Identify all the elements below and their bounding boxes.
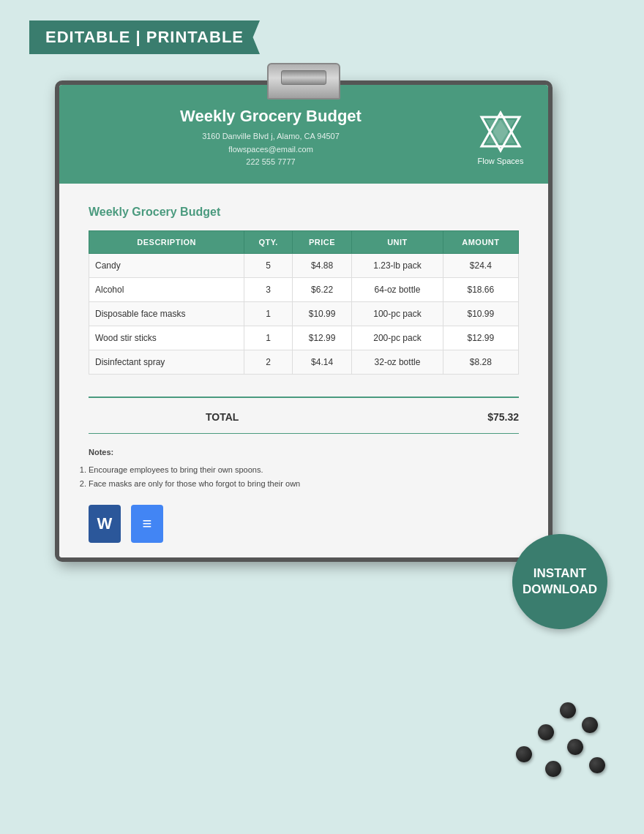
instant-download-line1: INSTANT	[533, 566, 586, 582]
table-cell: 1.23-lb pack	[352, 253, 443, 277]
document-body: Weekly Grocery Budget DESCRIPTION QTY. P…	[59, 184, 548, 557]
header-address: 3160 Danville Blvd j, Alamo, CA 94507 fl…	[74, 130, 468, 169]
notes-list: Encourage employees to bring their own s…	[89, 463, 519, 492]
document-title: Weekly Grocery Budget	[74, 107, 468, 126]
logo-name-text: Flow Spaces	[478, 157, 524, 165]
gdoc-icon[interactable]: ≡	[131, 505, 163, 543]
col-price: PRICE	[292, 230, 351, 253]
notes-section: Notes: Encourage employees to bring thei…	[89, 446, 519, 492]
table-cell: Disinfectant spray	[89, 350, 244, 374]
table-row: Wood stir sticks1$12.99200-pc pack$12.99	[89, 326, 519, 350]
document: Weekly Grocery Budget 3160 Danville Blvd…	[59, 85, 548, 557]
table-cell: 64-oz bottle	[352, 277, 443, 301]
table-cell: $6.22	[292, 277, 351, 301]
pushpin-2	[538, 724, 554, 740]
document-header: Weekly Grocery Budget 3160 Danville Blvd…	[59, 85, 548, 184]
table-cell: Wood stir sticks	[89, 326, 244, 350]
clipboard-clip	[267, 63, 340, 99]
table-cell: 200-pc pack	[352, 326, 443, 350]
divider-bottom	[89, 433, 519, 434]
instant-download-badge[interactable]: INSTANT DOWNLOAD	[512, 534, 607, 629]
total-value: $75.32	[487, 411, 519, 423]
pushpin-7	[589, 757, 605, 773]
pushpin-1	[516, 746, 532, 762]
table-cell: $10.99	[292, 301, 351, 326]
table-cell: 2	[244, 350, 293, 374]
budget-table: DESCRIPTION QTY. PRICE UNIT AMOUNT Candy…	[89, 230, 519, 375]
table-row: Candy5$4.881.23-lb pack$24.4	[89, 253, 519, 277]
table-cell: 32-oz bottle	[352, 350, 443, 374]
divider-top	[89, 397, 519, 398]
file-icons: W ≡	[89, 505, 519, 543]
clipboard: Weekly Grocery Budget 3160 Danville Blvd…	[55, 80, 553, 562]
total-row: TOTAL $75.32	[89, 405, 519, 429]
instant-download-line2: DOWNLOAD	[523, 582, 597, 598]
table-cell: $18.66	[443, 277, 518, 301]
logo-area: Flow Spaces	[468, 110, 533, 165]
table-cell: $24.4	[443, 253, 518, 277]
table-cell: 100-pc pack	[352, 301, 443, 326]
col-amount: AMOUNT	[443, 230, 518, 253]
table-row: Disposable face masks1$10.99100-pc pack$…	[89, 301, 519, 326]
table-cell: $8.28	[443, 350, 518, 374]
section-title: Weekly Grocery Budget	[89, 206, 519, 219]
pushpin-5	[545, 761, 561, 777]
pushpin-3	[560, 702, 576, 718]
pushpin-4	[567, 739, 583, 755]
col-qty: QTY.	[244, 230, 293, 253]
table-cell: Candy	[89, 253, 244, 277]
table-cell: 3	[244, 277, 293, 301]
table-row: Disinfectant spray2$4.1432-oz bottle$8.2…	[89, 350, 519, 374]
table-cell: Disposable face masks	[89, 301, 244, 326]
pushpins-decoration	[509, 702, 611, 790]
gdoc-icon-lines: ≡	[143, 514, 152, 533]
table-cell: $10.99	[443, 301, 518, 326]
notes-title: Notes:	[89, 446, 519, 460]
pushpin-6	[582, 717, 598, 733]
total-label: TOTAL	[206, 411, 239, 423]
star-logo-icon	[479, 110, 523, 154]
notes-item: Encourage employees to bring their own s…	[89, 463, 519, 478]
col-description: DESCRIPTION	[89, 230, 244, 253]
table-cell: $4.88	[292, 253, 351, 277]
table-row: Alcohol3$6.2264-oz bottle$18.66	[89, 277, 519, 301]
word-icon[interactable]: W	[89, 505, 121, 543]
table-header-row: DESCRIPTION QTY. PRICE UNIT AMOUNT	[89, 230, 519, 253]
word-icon-letter: W	[97, 514, 113, 533]
editable-printable-banner: EDITABLE | PRINTABLE	[29, 20, 260, 54]
notes-item: Face masks are only for those who forgot…	[89, 477, 519, 492]
table-cell: 1	[244, 326, 293, 350]
col-unit: UNIT	[352, 230, 443, 253]
table-cell: $4.14	[292, 350, 351, 374]
header-text-area: Weekly Grocery Budget 3160 Danville Blvd…	[74, 107, 468, 169]
table-cell: 1	[244, 301, 293, 326]
table-cell: Alcohol	[89, 277, 244, 301]
table-cell: $12.99	[443, 326, 518, 350]
table-cell: $12.99	[292, 326, 351, 350]
table-cell: 5	[244, 253, 293, 277]
